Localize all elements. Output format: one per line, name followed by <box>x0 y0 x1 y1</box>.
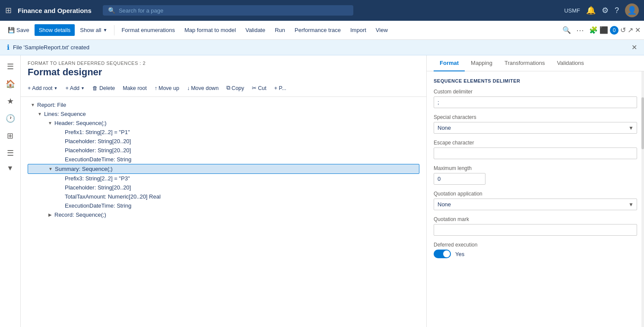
deferred-execution-toggle[interactable] <box>434 250 451 258</box>
arrow-icon: ▶ <box>47 212 54 217</box>
open-icon[interactable]: ↗ <box>628 26 633 34</box>
toggle-knob <box>443 250 450 257</box>
tree-item[interactable]: TotalTaxAmount: Numeric[20..20] Real <box>28 192 419 201</box>
field-special-characters: Special characters None ▼ <box>434 114 637 134</box>
field-quotation-application: Quotation application None ▼ <box>434 191 637 210</box>
deferred-execution-value: Yes <box>455 251 464 257</box>
tab-mapping[interactable]: Mapping <box>465 55 498 71</box>
notification-bar: ℹ File 'SampleReport.txt' created ✕ <box>0 40 644 55</box>
arrow-icon <box>57 157 64 162</box>
tree-panel: FORMAT TO LEARN DEFERRED SEQUENCES : 2 F… <box>21 55 427 327</box>
sidebar-recent-icon[interactable]: 🕐 <box>3 111 18 126</box>
puzzle-icon[interactable]: 🧩 <box>589 26 598 34</box>
delete-button[interactable]: 🗑 Delete <box>89 83 118 93</box>
user-label: USMF <box>564 7 580 14</box>
move-up-button[interactable]: ↑ Move up <box>151 83 183 93</box>
tree-item[interactable]: ▼ Report: File <box>28 100 419 109</box>
tree-item[interactable]: ExecutionDateTime: String <box>28 155 419 164</box>
make-root-button[interactable]: Make root <box>119 83 150 93</box>
tree-item[interactable]: Prefix3: String[2..2] = "P3" <box>28 174 419 183</box>
search-input[interactable] <box>119 7 348 14</box>
arrow-icon <box>57 194 64 199</box>
add-button[interactable]: + Add ▼ <box>62 83 88 93</box>
show-details-button[interactable]: Show details <box>35 24 75 36</box>
import-button[interactable]: Import <box>346 24 371 36</box>
toggle-row: Yes <box>434 250 637 258</box>
tree-item[interactable]: Placeholder: String[20..20] <box>28 137 419 146</box>
arrow-icon <box>57 203 64 208</box>
sidebar-hamburger-icon[interactable]: ☰ <box>3 59 18 74</box>
map-format-button[interactable]: Map format to model <box>180 24 240 36</box>
field-custom-delimiter: Custom delimiter <box>434 89 637 108</box>
tree-item[interactable]: ▼ Lines: Sequence <box>28 109 419 119</box>
view-button[interactable]: View <box>371 24 392 36</box>
help-icon[interactable]: ? <box>615 6 619 15</box>
scrollbar-thumb[interactable] <box>641 97 644 149</box>
sidebar-list-icon[interactable]: ☰ <box>3 145 18 161</box>
topbar-right: USMF 🔔 ⚙ ? 👤 <box>564 3 639 17</box>
badge-icon[interactable]: 0 <box>610 26 619 35</box>
office-icon[interactable]: ⬛ <box>600 26 608 34</box>
commandbar: 💾 Save Show details Show all ▼ Format en… <box>0 21 644 40</box>
run-button[interactable]: Run <box>270 24 289 36</box>
close-icon[interactable]: ✕ <box>635 26 641 34</box>
plus-icon-2: + <box>66 85 69 91</box>
move-down-button[interactable]: ↓ Move down <box>184 83 222 93</box>
sidebar-grid-icon[interactable]: ⊞ <box>3 128 18 144</box>
move-up-icon: ↑ <box>155 85 157 91</box>
tree-item-selected[interactable]: ▼ Summary: Sequence(;) <box>28 164 419 174</box>
settings-icon[interactable]: ⚙ <box>602 6 609 15</box>
notifications-icon[interactable]: 🔔 <box>586 6 596 15</box>
tree-item[interactable]: ▶ Record: Sequence(;) <box>28 210 419 219</box>
scrollbar-track[interactable] <box>641 71 644 327</box>
special-characters-wrapper: None ▼ <box>434 122 637 134</box>
more-options-icon[interactable]: ⋯ <box>573 24 587 37</box>
tree-item[interactable]: ▼ Header: Sequence(;) <box>28 119 419 128</box>
tree-item[interactable]: Prefix1: String[2..2] = "P1" <box>28 128 419 137</box>
notification-message: File 'SampleReport.txt' created <box>13 44 89 51</box>
cut-button[interactable]: ✂ Cut <box>248 83 270 93</box>
deferred-execution-label: Deferred execution <box>434 242 637 248</box>
show-all-button[interactable]: Show all ▼ <box>76 24 111 36</box>
avatar[interactable]: 👤 <box>625 3 639 17</box>
maximum-length-input[interactable] <box>434 173 485 185</box>
search-icon: 🔍 <box>108 7 115 14</box>
tree-item[interactable]: Placeholder: String[20..20] <box>28 146 419 155</box>
arrow-icon: ▼ <box>47 121 54 125</box>
tab-format[interactable]: Format <box>434 55 465 71</box>
chevron-down-small-icon: ▼ <box>54 86 58 90</box>
filter-icon[interactable]: ▼ <box>5 163 16 174</box>
grid-icon[interactable]: ⊞ <box>5 6 12 15</box>
custom-delimiter-input[interactable] <box>434 96 637 108</box>
validate-button[interactable]: Validate <box>241 24 270 36</box>
special-characters-select[interactable]: None <box>434 122 637 134</box>
save-button[interactable]: 💾 Save <box>3 24 34 36</box>
refresh-icon[interactable]: ↺ <box>620 26 626 34</box>
tree-toolbar: + Add root ▼ + Add ▼ 🗑 Delete Make root <box>21 80 426 97</box>
cut-icon: ✂ <box>252 85 257 91</box>
quotation-application-select[interactable]: None <box>434 199 637 210</box>
arrow-icon: ▼ <box>47 167 54 171</box>
search-bar[interactable]: 🔍 <box>103 5 353 16</box>
page-header: FORMAT TO LEARN DEFERRED SEQUENCES : 2 F… <box>21 55 426 80</box>
tab-validations[interactable]: Validations <box>551 55 590 71</box>
escape-character-input[interactable] <box>434 147 637 159</box>
sidebar-star-icon[interactable]: ★ <box>3 93 18 109</box>
tab-transformations[interactable]: Transformations <box>498 55 551 71</box>
quotation-mark-label: Quotation mark <box>434 216 637 222</box>
tree-item[interactable]: Placeholder: String[20..20] <box>28 183 419 192</box>
notification-close-icon[interactable]: ✕ <box>631 43 637 51</box>
tree-item[interactable]: ExecutionDateTime: String <box>28 201 419 210</box>
copy-button[interactable]: ⧉ Copy <box>223 83 247 93</box>
field-deferred-execution: Deferred execution Yes <box>434 242 637 258</box>
quotation-mark-input[interactable] <box>434 224 637 236</box>
sidebar-home-icon[interactable]: 🏠 <box>3 76 18 92</box>
paste-button[interactable]: + P... <box>271 83 290 93</box>
arrow-icon <box>57 185 64 190</box>
performance-trace-button[interactable]: Performance trace <box>290 24 345 36</box>
quotation-application-label: Quotation application <box>434 191 637 197</box>
format-enumerations-button[interactable]: Format enumerations <box>117 24 179 36</box>
search-cmd-icon[interactable]: 🔍 <box>562 26 571 34</box>
quotation-application-wrapper: None ▼ <box>434 199 637 210</box>
add-root-button[interactable]: + Add root ▼ <box>24 83 61 93</box>
